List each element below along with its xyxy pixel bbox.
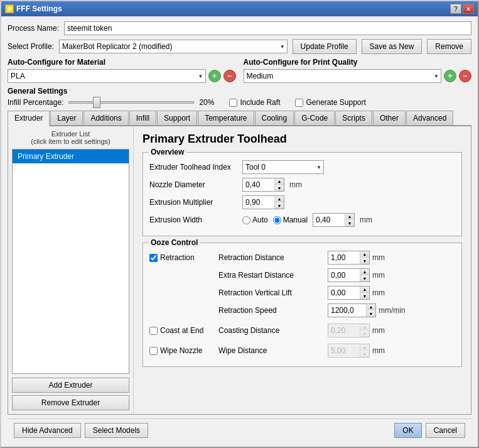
- nozzle-diameter-field[interactable]: [243, 179, 274, 190]
- extra-spin: ▲ ▼: [360, 269, 369, 281]
- help-button[interactable]: ?: [450, 4, 461, 14]
- retraction-speed-label: Retraction Speed: [218, 306, 325, 315]
- window-icon: ⚙: [5, 4, 14, 13]
- tab-other[interactable]: Other: [373, 111, 406, 125]
- tab-advanced[interactable]: Advanced: [406, 111, 453, 125]
- vert-up[interactable]: ▲: [360, 287, 369, 293]
- overview-group: Overview Extruder Toolhead Index Tool 0: [143, 152, 462, 236]
- tab-extruder[interactable]: Extruder: [8, 111, 50, 126]
- nozzle-spin-btns: ▲ ▼: [274, 178, 284, 191]
- coast-fields: Coasting Distance ▲ ▼: [218, 324, 455, 341]
- coasting-distance-field[interactable]: [328, 325, 360, 336]
- tab-gcode[interactable]: G-Code: [294, 111, 335, 125]
- extrusion-width-manual-label[interactable]: Manual: [273, 216, 308, 224]
- coast-down[interactable]: ▼: [360, 331, 369, 337]
- material-select[interactable]: PLA: [8, 69, 206, 83]
- ret-dist-down[interactable]: ▼: [360, 258, 369, 264]
- save-as-new-button[interactable]: Save as New: [362, 39, 422, 54]
- remove-material-button[interactable]: −: [223, 70, 236, 82]
- profile-select[interactable]: MakerBot Replicator 2 (modified): [59, 40, 288, 53]
- extra-up[interactable]: ▲: [360, 269, 369, 275]
- window-title: FFF Settings: [16, 4, 62, 13]
- tab-bar: Extruder Layer Additions Infill Support …: [8, 111, 471, 126]
- auto-configure-quality-label: Auto-Configure for Print Quality: [244, 58, 472, 67]
- coast-up[interactable]: ▲: [360, 324, 369, 331]
- speed-down[interactable]: ▼: [367, 310, 375, 317]
- wipe-checkbox[interactable]: [149, 347, 158, 355]
- retraction-checkbox-label[interactable]: Retraction: [149, 253, 195, 262]
- remove-profile-button[interactable]: Remove: [427, 39, 471, 54]
- ret-dist-up[interactable]: ▲: [360, 251, 369, 258]
- extrusion-width-auto-label[interactable]: Auto: [242, 216, 268, 224]
- coasting-distance-row: Coasting Distance ▲ ▼: [218, 324, 455, 337]
- retraction-distance-label: Retraction Distance: [218, 253, 325, 262]
- multiplier-up-btn[interactable]: ▲: [275, 196, 284, 202]
- auto-configure-row: Auto-Configure for Material PLA + − Auto…: [8, 58, 471, 83]
- retraction-checkbox[interactable]: [149, 254, 158, 262]
- tab-infill[interactable]: Infill: [129, 111, 156, 125]
- title-bar-controls: ? ✕: [450, 4, 474, 14]
- tabs-container: Extruder Layer Additions Infill Support …: [8, 111, 471, 415]
- add-quality-button[interactable]: +: [444, 70, 456, 82]
- ooze-control-label: Ooze Control: [148, 238, 200, 247]
- extrusion-width-down-btn[interactable]: ▼: [345, 220, 354, 226]
- toolhead-select[interactable]: Tool 0: [242, 160, 324, 174]
- extruder-list-box[interactable]: Primary Extruder: [12, 149, 129, 374]
- extra-down[interactable]: ▼: [360, 275, 369, 281]
- close-button[interactable]: ✕: [463, 4, 474, 14]
- retraction-distance-unit: mm: [372, 253, 385, 262]
- add-extruder-button[interactable]: Add Extruder: [12, 378, 129, 393]
- select-models-button[interactable]: Select Models: [85, 423, 148, 438]
- tab-additions[interactable]: Additions: [83, 111, 128, 125]
- include-raft-checkbox-label[interactable]: Include Raft: [229, 98, 280, 107]
- retraction-section: Retraction Retraction Distance: [149, 251, 455, 321]
- extrusion-width-auto-radio[interactable]: [242, 216, 250, 224]
- generate-support-checkbox-label[interactable]: Generate Support: [295, 98, 365, 107]
- nozzle-down-btn[interactable]: ▼: [275, 185, 284, 191]
- auto-configure-material-group: Auto-Configure for Material PLA + −: [8, 58, 236, 83]
- tab-temperature[interactable]: Temperature: [198, 111, 254, 125]
- overview-label: Overview: [148, 148, 186, 156]
- retraction-speed-row: Retraction Speed ▲ ▼: [218, 303, 455, 317]
- process-name-input[interactable]: [64, 21, 471, 35]
- generate-support-checkbox[interactable]: [295, 99, 303, 107]
- infill-slider[interactable]: [68, 101, 194, 104]
- coast-checkbox-label[interactable]: Coast at End: [149, 326, 203, 335]
- retraction-distance-row: Retraction Distance ▲ ▼: [218, 251, 455, 265]
- extrusion-multiplier-field[interactable]: [243, 197, 274, 208]
- retraction-speed-input: ▲ ▼: [328, 303, 376, 317]
- vert-spin: ▲ ▼: [360, 287, 369, 299]
- wipe-checkbox-label[interactable]: Wipe Nozzle: [149, 346, 202, 355]
- retraction-distance-field[interactable]: [328, 252, 360, 263]
- extruder-list-item[interactable]: Primary Extruder: [13, 150, 129, 163]
- nozzle-up-btn[interactable]: ▲: [275, 178, 284, 185]
- tab-layer[interactable]: Layer: [50, 111, 83, 125]
- retraction-vertical-field[interactable]: [328, 287, 360, 298]
- extra-restart-field[interactable]: [328, 270, 360, 281]
- vert-down[interactable]: ▼: [360, 293, 369, 299]
- wipe-down[interactable]: ▼: [360, 351, 369, 357]
- speed-up[interactable]: ▲: [367, 304, 375, 310]
- wipe-distance-field[interactable]: [328, 345, 360, 356]
- general-settings-group: General Settings Infill Percentage: 20% …: [8, 87, 471, 107]
- tab-support[interactable]: Support: [157, 111, 197, 125]
- extrusion-width-label: Extrusion Width: [149, 216, 237, 224]
- retraction-speed-field[interactable]: [328, 305, 366, 316]
- include-raft-checkbox[interactable]: [229, 99, 237, 107]
- coast-checkbox[interactable]: [149, 327, 158, 335]
- add-material-button[interactable]: +: [208, 70, 221, 82]
- cancel-button[interactable]: Cancel: [426, 423, 465, 438]
- extrusion-width-manual-radio[interactable]: [273, 216, 281, 224]
- tab-scripts[interactable]: Scripts: [335, 111, 372, 125]
- tab-cooling[interactable]: Cooling: [255, 111, 294, 125]
- hide-advanced-button[interactable]: Hide Advanced: [14, 423, 81, 438]
- quality-select[interactable]: Medium: [244, 69, 442, 83]
- update-profile-button[interactable]: Update Profile: [293, 39, 357, 54]
- extrusion-width-field[interactable]: [313, 214, 345, 226]
- remove-extruder-button[interactable]: Remove Extruder: [12, 395, 129, 410]
- extrusion-width-up-btn[interactable]: ▲: [345, 214, 354, 220]
- remove-quality-button[interactable]: −: [459, 70, 471, 82]
- multiplier-down-btn[interactable]: ▼: [275, 202, 284, 209]
- ok-button[interactable]: OK: [394, 423, 421, 438]
- wipe-up[interactable]: ▲: [360, 344, 369, 351]
